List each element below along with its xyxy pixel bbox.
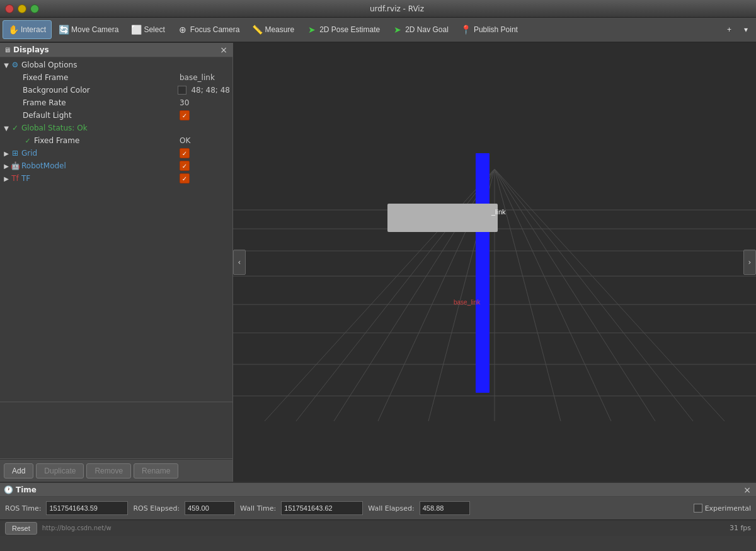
ros-time-input[interactable] (46, 501, 128, 515)
status-fixed-frame-checkmark: ✓ (23, 136, 33, 146)
svg-rect-20 (476, 153, 490, 393)
ros-elapsed-input[interactable] (185, 501, 235, 515)
frame-rate-row[interactable]: Frame Rate 30 (0, 96, 232, 109)
svg-text:base_link: base_link (454, 299, 481, 306)
wall-elapsed-input[interactable] (420, 501, 470, 515)
displays-tree: ▼ ⚙ Global Options Fixed Frame base_link… (0, 57, 232, 402)
frame-rate-label: Frame Rate (23, 98, 177, 107)
move-camera-button[interactable]: 🔄 Move Camera (53, 20, 124, 39)
global-status-arrow: ▼ (3, 124, 10, 132)
rename-button[interactable]: Rename (134, 463, 178, 478)
viewport-arrow-right[interactable]: › (743, 250, 756, 275)
global-options-icon: ⚙ (10, 60, 20, 70)
tf-checkbox: ✓ (180, 173, 230, 183)
toolbar-dropdown-button[interactable]: ▾ (738, 20, 753, 39)
default-light-checkbox[interactable]: ✓ (180, 110, 190, 120)
default-light-value: ✓ (180, 110, 230, 120)
svg-line-13 (428, 169, 495, 421)
fixed-frame-row[interactable]: Fixed Frame base_link (0, 71, 232, 84)
svg-line-15 (495, 169, 561, 421)
tf-icon: Tf (10, 173, 20, 183)
timebar-title: Time (16, 485, 37, 494)
svg-line-19 (495, 169, 724, 421)
default-light-row[interactable]: Default Light ✓ (0, 109, 232, 122)
wall-elapsed-label: Wall Elapsed: (368, 504, 414, 513)
focus-camera-button[interactable]: ⊕ Focus Camera (172, 20, 246, 39)
toolbar: ✋ Interact 🔄 Move Camera ⬜ Select ⊕ Focu… (0, 18, 756, 43)
ros-time-label: ROS Time: (5, 504, 41, 513)
publish-point-icon: 📍 (461, 25, 471, 35)
measure-icon: 📏 (252, 25, 262, 35)
robot-model-row[interactable]: ▶ 🤖 RobotModel ✓ (0, 160, 232, 172)
remove-button[interactable]: Remove (86, 463, 131, 478)
interact-icon: ✋ (8, 25, 18, 35)
global-options-row[interactable]: ▼ ⚙ Global Options (0, 59, 232, 71)
ros-elapsed-label: ROS Elapsed: (133, 504, 180, 513)
status-fixed-frame-label: Fixed Frame (34, 136, 177, 145)
viewport-grid: _link base_link (233, 43, 756, 482)
experimental-container: Experimental (694, 504, 751, 513)
minimize-button[interactable] (18, 4, 26, 13)
svg-line-10 (296, 169, 495, 421)
grid-arrow: ▶ (3, 149, 10, 157)
global-status-checkmark: ✓ (10, 123, 20, 133)
reset-button[interactable]: Reset (5, 522, 37, 535)
second-panel (0, 402, 232, 459)
robot-model-icon: 🤖 (10, 161, 20, 171)
panel-buttons: Add Duplicate Remove Rename (0, 459, 232, 482)
add-button[interactable]: Add (4, 463, 33, 478)
svg-line-12 (378, 169, 495, 421)
displays-title: Displays (13, 45, 49, 54)
grid-row[interactable]: ▶ ⊞ Grid ✓ (0, 147, 232, 160)
svg-rect-21 (387, 204, 498, 232)
viewport-arrow-left[interactable]: ‹ (233, 250, 246, 275)
nav-goal-button[interactable]: ➤ 2D Nav Goal (387, 20, 454, 39)
frame-rate-value: 30 (180, 98, 230, 107)
timebar-close-button[interactable]: × (742, 485, 752, 495)
experimental-label: Experimental (705, 504, 751, 513)
bg-color-swatch (178, 86, 186, 95)
displays-icon: 🖥 (4, 46, 11, 54)
grid-icon: ⊞ (10, 148, 20, 158)
global-options-label: Global Options (21, 61, 230, 69)
bg-color-row[interactable]: Background Color 48; 48; 48 (0, 84, 232, 96)
displays-header: 🖥 Displays × (0, 43, 232, 57)
global-status-row[interactable]: ▼ ✓ Global Status: Ok (0, 122, 232, 134)
displays-panel: 🖥 Displays × ▼ ⚙ Global Options Fixed Fr… (0, 43, 232, 402)
focus-camera-icon: ⊕ (178, 25, 188, 35)
timebar-content: ROS Time: ROS Elapsed: Wall Time: Wall E… (0, 497, 756, 519)
maximize-button[interactable] (30, 4, 39, 13)
publish-point-button[interactable]: 📍 Publish Point (455, 20, 524, 39)
status-fixed-frame-row[interactable]: ✓ Fixed Frame OK (0, 134, 232, 147)
experimental-checkbox[interactable] (694, 504, 702, 513)
pose-estimate-button[interactable]: ➤ 2D Pose Estimate (301, 20, 386, 39)
tf-row[interactable]: ▶ Tf TF ✓ (0, 172, 232, 185)
interact-button[interactable]: ✋ Interact (3, 20, 52, 39)
close-button[interactable] (5, 4, 14, 13)
global-options-arrow: ▼ (3, 61, 10, 69)
add-toolbar-button[interactable]: + (721, 20, 737, 39)
tf-arrow: ▶ (3, 175, 10, 182)
url-label: http://blog.csdn.net/w (42, 525, 112, 531)
robot-model-label: RobotModel (21, 161, 177, 170)
grid-checkbox: ✓ (180, 148, 230, 158)
grid-label: Grid (21, 149, 177, 158)
global-status-label: Global Status: Ok (21, 124, 230, 132)
displays-close-button[interactable]: × (219, 45, 229, 55)
svg-rect-0 (233, 43, 756, 482)
duplicate-button[interactable]: Duplicate (36, 463, 84, 478)
select-button[interactable]: ⬜ Select (125, 20, 170, 39)
titlebar: urdf.rviz - RViz (0, 0, 756, 18)
svg-line-17 (495, 169, 655, 421)
wall-time-label: Wall Time: (240, 504, 276, 513)
viewport[interactable]: _link base_link ‹ › (233, 43, 756, 482)
measure-button[interactable]: 📏 Measure (246, 20, 300, 39)
wall-time-input[interactable] (281, 501, 363, 515)
time-icon: 🕐 (4, 485, 13, 494)
timebar-header: 🕐 Time × (0, 483, 756, 497)
nav-goal-icon: ➤ (392, 25, 403, 35)
robot-model-arrow: ▶ (3, 162, 10, 170)
default-light-label: Default Light (23, 111, 177, 120)
status-fixed-frame-value: OK (180, 136, 230, 145)
fixed-frame-label: Fixed Frame (23, 73, 177, 82)
